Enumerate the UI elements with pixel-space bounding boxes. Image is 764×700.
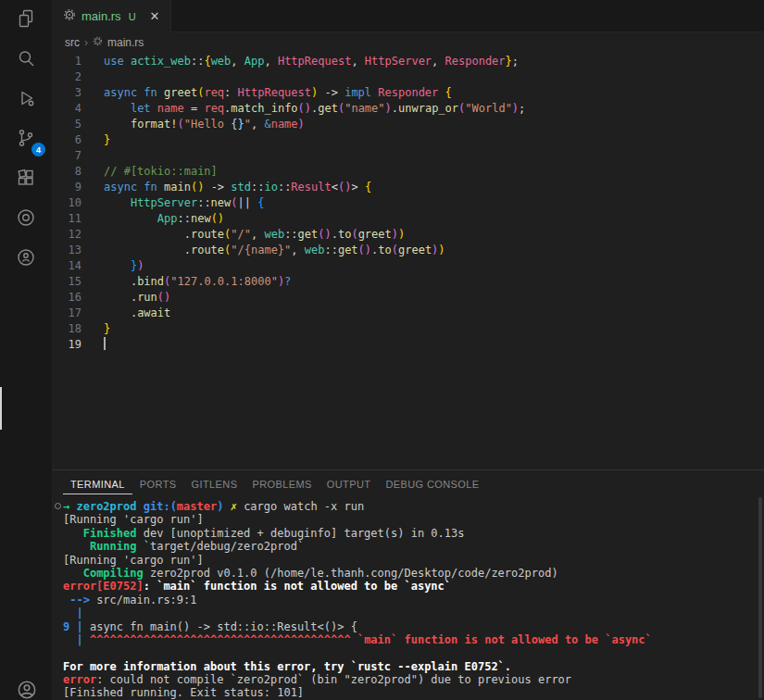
- panel-tab-ports[interactable]: PORTS: [132, 473, 184, 494]
- terminal-line-5: [Running 'cargo run']: [63, 554, 764, 567]
- files-icon: [15, 7, 37, 33]
- terminal-line-8: --> src/main.rs:9:1: [63, 594, 764, 606]
- line-number[interactable]: 11: [53, 211, 81, 227]
- code-line-8[interactable]: 8// #[tokio::main]: [53, 164, 764, 180]
- line-number[interactable]: 9: [53, 180, 81, 195]
- line-number[interactable]: 13: [53, 243, 81, 258]
- search-button[interactable]: [0, 40, 52, 80]
- extensions-button[interactable]: [0, 159, 52, 199]
- line-number[interactable]: 3: [53, 85, 81, 101]
- search-icon: [15, 47, 37, 73]
- code-line-6[interactable]: 6}: [53, 132, 764, 148]
- code-text: HttpServer::new(|| {: [104, 195, 264, 211]
- code-text: let name = req.match_info().get("name").…: [104, 101, 525, 117]
- code-text: [104, 337, 106, 353]
- tab-git-status: U: [129, 11, 136, 22]
- panel-tab-terminal[interactable]: TERMINAL: [63, 473, 132, 494]
- line-number[interactable]: 14: [53, 258, 81, 274]
- line-number[interactable]: 15: [53, 274, 81, 290]
- code-text: format!("Hello {}", &name): [104, 117, 305, 132]
- terminal-line-14: error: could not compile `zero2prod` (bi…: [63, 673, 764, 686]
- line-number[interactable]: 2: [53, 69, 81, 85]
- main-area: main.rs U ✕ src › main.rs 1use actix_web…: [53, 0, 764, 700]
- code-line-14[interactable]: 14 }): [53, 258, 764, 274]
- line-number[interactable]: 4: [53, 101, 81, 117]
- panel-tab-gitlens[interactable]: GITLENS: [184, 473, 245, 494]
- liveshare-icon: [15, 246, 37, 272]
- panel-tab-debug-console[interactable]: DEBUG CONSOLE: [378, 473, 486, 494]
- terminal-line-13: For more information about this error, t…: [63, 660, 764, 673]
- run-and-debug-button[interactable]: [0, 80, 52, 119]
- editor-cursor: [104, 337, 106, 350]
- code-text: }): [104, 258, 144, 274]
- code-text: async fn main() -> std::io::Result<()> {: [104, 180, 371, 195]
- code-line-3[interactable]: 3async fn greet(req: HttpRequest) -> imp…: [53, 85, 764, 101]
- tab-label: main.rs: [81, 9, 121, 23]
- terminal-line-9: |: [63, 606, 764, 619]
- terminal[interactable]: → zero2prod git:(master) ✗ cargo watch -…: [53, 497, 764, 700]
- tab-close-icon[interactable]: ✕: [147, 9, 163, 23]
- code-line-10[interactable]: 10 HttpServer::new(|| {: [53, 195, 764, 211]
- tab-bar: main.rs U ✕: [53, 0, 764, 32]
- terminal-line-11: | ^^^^^^^^^^^^^^^^^^^^^^^^^^^^^^^^^^^^^^…: [63, 633, 764, 646]
- code-text: App::new(): [104, 211, 224, 227]
- code-line-13[interactable]: 13 .route("/{name}", web::get().to(greet…: [53, 243, 764, 258]
- account-icon: [15, 678, 39, 700]
- code-line-11[interactable]: 11 App::new(): [53, 211, 764, 227]
- code-text: // #[tokio::main]: [104, 164, 218, 180]
- line-number[interactable]: 12: [53, 227, 81, 243]
- line-number[interactable]: 6: [53, 132, 81, 148]
- code-line-7[interactable]: 7: [53, 148, 764, 164]
- account-button[interactable]: [0, 678, 53, 700]
- code-line-12[interactable]: 12 .route("/", web::get().to(greet)): [53, 227, 764, 243]
- code-line-5[interactable]: 5 format!("Hello {}", &name): [53, 117, 764, 132]
- terminal-scrollbar[interactable]: [758, 497, 762, 698]
- line-number[interactable]: 1: [53, 54, 81, 69]
- terminal-line-1: → zero2prod git:(master) ✗ cargo watch -…: [63, 500, 764, 513]
- code-line-17[interactable]: 17 .await: [53, 306, 764, 321]
- code-line-2[interactable]: 2: [53, 69, 764, 85]
- terminal-line-2: [Running 'cargo run']: [63, 513, 764, 526]
- gitlens-button[interactable]: [0, 199, 52, 239]
- line-number[interactable]: 7: [53, 148, 81, 164]
- line-number[interactable]: 5: [53, 117, 81, 132]
- panel-tab-problems[interactable]: PROBLEMS: [244, 473, 319, 494]
- code-text: }: [104, 321, 110, 337]
- source-control-button[interactable]: 4: [0, 119, 52, 159]
- terminal-line-15: [Finished running. Exit status: 101]: [63, 686, 764, 699]
- rust-file-icon-small: [93, 36, 103, 49]
- terminal-line-12: [63, 646, 764, 659]
- line-number[interactable]: 18: [53, 321, 81, 337]
- panel-tabs: TERMINALPORTSGITLENSPROBLEMSOUTPUTDEBUG …: [53, 470, 764, 497]
- line-number[interactable]: 19: [53, 337, 81, 353]
- code-line-16[interactable]: 16 .run(): [53, 290, 764, 306]
- run-debug-icon: [15, 87, 37, 113]
- code-text: async fn greet(req: HttpRequest) -> impl…: [104, 85, 452, 101]
- terminal-line-4: Running `target/debug/zero2prod`: [63, 540, 764, 553]
- code-line-9[interactable]: 9async fn main() -> std::io::Result<()> …: [53, 180, 764, 195]
- command-decoration-icon[interactable]: [55, 503, 61, 509]
- line-number[interactable]: 16: [53, 290, 81, 306]
- line-number[interactable]: 10: [53, 195, 81, 211]
- breadcrumb-item-src[interactable]: src: [65, 36, 80, 49]
- code-line-1[interactable]: 1use actix_web::{web, App, HttpRequest, …: [53, 54, 764, 69]
- code-line-4[interactable]: 4 let name = req.match_info().get("name"…: [53, 101, 764, 117]
- live-share-button[interactable]: [0, 239, 52, 279]
- code-line-15[interactable]: 15 .bind("127.0.0.1:8000")?: [53, 274, 764, 290]
- code-line-18[interactable]: 18}: [53, 321, 764, 337]
- explorer-button[interactable]: [0, 0, 52, 40]
- code-editor[interactable]: 1use actix_web::{web, App, HttpRequest, …: [53, 52, 764, 469]
- bottom-panel: TERMINALPORTSGITLENSPROBLEMSOUTPUTDEBUG …: [53, 469, 764, 700]
- line-number[interactable]: 17: [53, 306, 81, 321]
- panel-tab-output[interactable]: OUTPUT: [319, 473, 379, 494]
- code-line-19[interactable]: 19: [53, 337, 764, 353]
- terminal-line-10: 9 | async fn main() -> std::io::Result<(…: [63, 620, 764, 633]
- activity-bar: 4: [0, 0, 53, 700]
- gitlens-icon: [15, 206, 37, 232]
- vscode-window: 4 main.rs U ✕ src › main.rs: [0, 0, 764, 700]
- line-number[interactable]: 8: [53, 164, 81, 180]
- breadcrumb-item-file[interactable]: main.rs: [107, 36, 144, 49]
- breadcrumb-separator: ›: [84, 36, 88, 49]
- tab-main-rs[interactable]: main.rs U ✕: [53, 0, 171, 32]
- left-edge-highlight: [0, 387, 2, 430]
